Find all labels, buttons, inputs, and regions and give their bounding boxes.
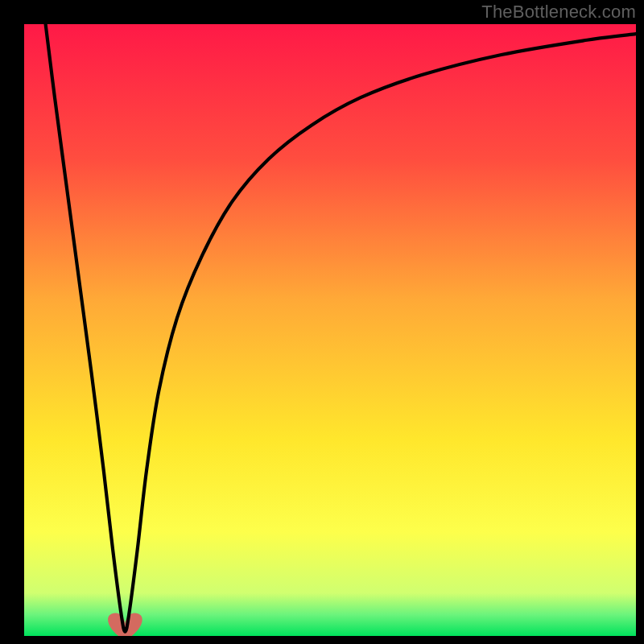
chart-svg — [0, 0, 644, 644]
chart-stage: TheBottleneck.com — [0, 0, 644, 644]
gradient-background — [24, 24, 636, 636]
watermark-text: TheBottleneck.com — [481, 2, 636, 23]
